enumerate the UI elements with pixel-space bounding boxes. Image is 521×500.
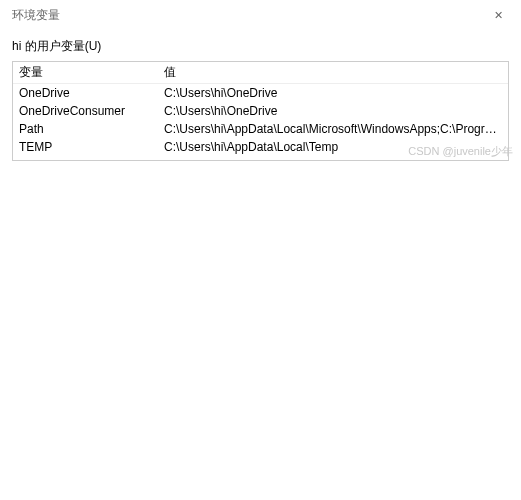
user-vars-label: hi 的用户变量(U) [12, 38, 509, 55]
list-item[interactable]: Path C:\Users\hi\AppData\Local\Microsoft… [13, 120, 508, 138]
list-item[interactable]: OneDriveConsumer C:\Users\hi\OneDrive [13, 102, 508, 120]
close-icon[interactable]: ✕ [486, 5, 511, 26]
col-header-name[interactable]: 变量 [19, 64, 164, 81]
watermark: CSDN @juvenile少年 [408, 144, 513, 159]
window-title: 环境变量 [12, 7, 60, 24]
list-item[interactable]: OneDrive C:\Users\hi\OneDrive [13, 84, 508, 102]
col-header-value[interactable]: 值 [164, 64, 502, 81]
titlebar: 环境变量 ✕ [0, 0, 521, 30]
